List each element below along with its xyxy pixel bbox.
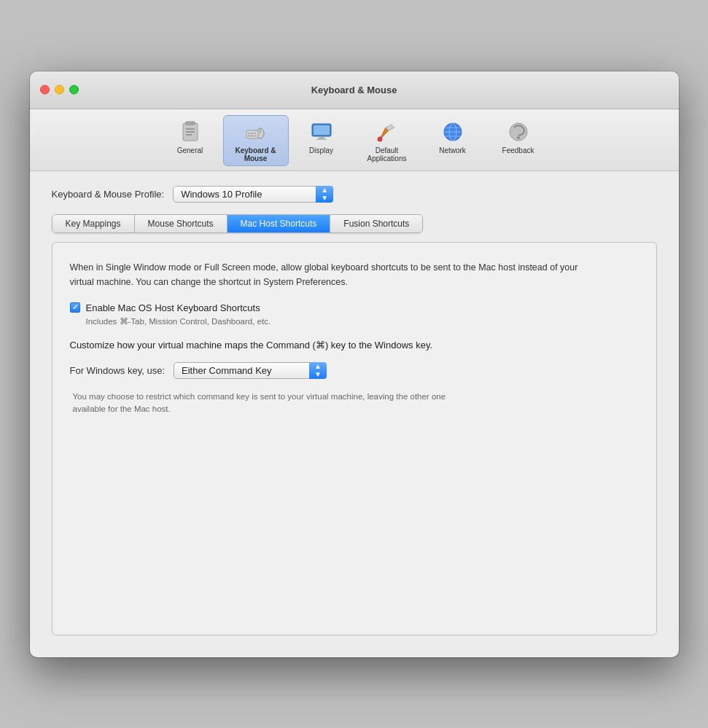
general-icon [177, 119, 203, 145]
traffic-lights [40, 85, 79, 95]
svg-point-17 [378, 137, 382, 141]
feedback-icon [505, 119, 532, 145]
window-title: Keyboard & Mouse [311, 85, 397, 95]
enable-checkbox[interactable]: ✓ [70, 302, 80, 313]
svg-rect-1 [186, 122, 195, 125]
svg-rect-9 [251, 133, 253, 134]
toolbar-item-general[interactable]: General [157, 115, 223, 166]
tab-fusion-shortcuts[interactable]: Fusion Shortcuts [330, 215, 422, 232]
enable-checkbox-row: ✓ Enable Mac OS Host Keyboard Shortcuts [70, 302, 639, 313]
maximize-button[interactable] [69, 85, 79, 95]
toolbar-label-default-apps: Default Applications [359, 146, 415, 163]
profile-label: Keyboard & Mouse Profile: [52, 189, 165, 200]
toolbar-label-display: Display [309, 146, 333, 154]
svg-rect-11 [248, 135, 254, 136]
toolbar-label-network: Network [439, 146, 466, 154]
toolbar-item-network[interactable]: Network [420, 115, 486, 166]
keyboard-mouse-icon [243, 119, 269, 145]
toolbar-item-default-apps[interactable]: Default Applications [354, 115, 420, 166]
checkbox-hint: Includes ⌘-Tab, Mission Control, Dashboa… [86, 316, 639, 326]
toolbar-label-feedback: Feedback [502, 146, 534, 154]
helper-text: You may choose to restrict which command… [73, 391, 452, 416]
toolbar-label-keyboard-mouse: Keyboard & Mouse [228, 146, 284, 163]
tab-key-mappings[interactable]: Key Mappings [52, 215, 135, 232]
svg-point-24 [517, 136, 520, 139]
windows-key-select[interactable]: Either Command Key Left Command Key Righ… [174, 362, 327, 379]
enable-checkbox-label[interactable]: Enable Mac OS Host Keyboard Shortcuts [86, 302, 260, 313]
tab-mouse-shortcuts[interactable]: Mouse Shortcuts [135, 215, 227, 232]
default-apps-icon [374, 119, 400, 145]
svg-rect-14 [314, 125, 330, 135]
profile-select[interactable]: Windows 10 Profile Mac Profile Custom Pr… [173, 186, 333, 203]
windows-key-label: For Windows key, use: [70, 365, 166, 376]
toolbar-item-display[interactable]: Display [289, 115, 354, 166]
toolbar-label-general: General [177, 146, 203, 154]
display-icon [308, 119, 335, 145]
svg-rect-10 [254, 133, 256, 134]
titlebar: Keyboard & Mouse [30, 71, 679, 109]
svg-rect-12 [254, 135, 257, 136]
network-icon [440, 119, 466, 145]
main-window: Keyboard & Mouse General [30, 71, 679, 657]
svg-rect-16 [316, 138, 327, 140]
checkmark-icon: ✓ [72, 304, 78, 311]
svg-rect-15 [319, 136, 324, 138]
svg-rect-7 [246, 130, 258, 138]
windows-select-wrapper: Either Command Key Left Command Key Righ… [174, 362, 327, 379]
toolbar-item-feedback[interactable]: Feedback [486, 115, 551, 166]
content-area: Keyboard & Mouse Profile: Windows 10 Pro… [30, 171, 679, 657]
svg-rect-8 [248, 133, 250, 134]
minimize-button[interactable] [55, 85, 64, 95]
toolbar-item-keyboard-mouse[interactable]: Keyboard & Mouse [223, 115, 289, 166]
main-panel: When in Single Window mode or Full Scree… [52, 242, 657, 635]
description-text: When in Single Window mode or Full Scree… [70, 260, 580, 289]
customize-text: Customize how your virtual machine maps … [70, 338, 522, 353]
close-button[interactable] [40, 85, 50, 95]
profile-select-wrapper: Windows 10 Profile Mac Profile Custom Pr… [173, 186, 333, 203]
toolbar: General Keyboard & Mouse [30, 109, 679, 171]
profile-row: Keyboard & Mouse Profile: Windows 10 Pro… [52, 186, 657, 203]
windows-key-row: For Windows key, use: Either Command Key… [70, 362, 639, 379]
tabs-container: Key Mappings Mouse Shortcuts Mac Host Sh… [52, 214, 424, 233]
tab-mac-host-shortcuts[interactable]: Mac Host Shortcuts [227, 215, 331, 232]
